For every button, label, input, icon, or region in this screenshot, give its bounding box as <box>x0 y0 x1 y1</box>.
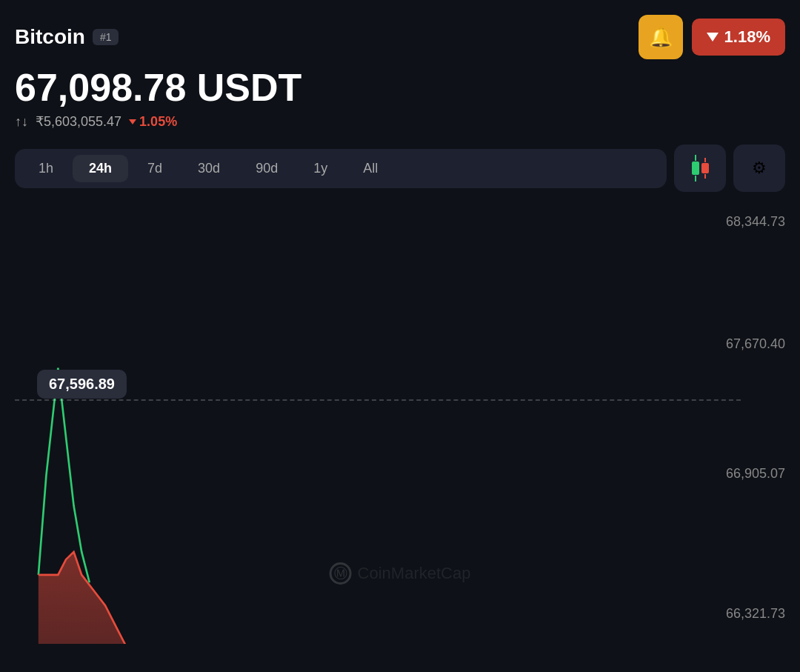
arrow-down-icon <box>707 33 719 41</box>
bell-icon: 🔔 <box>649 26 673 49</box>
sliders-icon: ⚙ <box>752 159 767 178</box>
time-btn-90d[interactable]: 90d <box>239 155 294 182</box>
price-main: 67,098.78 USDT <box>15 67 785 109</box>
time-btn-all[interactable]: All <box>347 155 394 182</box>
watermark-text: CoinMarketCap <box>358 564 471 583</box>
reference-line <box>15 399 741 401</box>
inr-change: 1.05% <box>129 114 177 130</box>
time-bar: 1h 24h 7d 30d 90d 1y All <box>15 149 667 188</box>
change-pct-label: 1.18% <box>724 27 770 47</box>
price-tooltip: 67,596.89 <box>37 370 127 399</box>
time-btn-7d[interactable]: 7d <box>131 155 179 182</box>
header-right: 🔔 1.18% <box>639 15 785 59</box>
rank-badge: #1 <box>93 29 119 45</box>
inr-price: ₹5,603,055.47 <box>36 113 121 130</box>
header-left: Bitcoin #1 <box>15 25 119 49</box>
price-secondary: ↑↓ ₹5,603,055.47 1.05% <box>15 113 785 130</box>
chart-settings-button[interactable]: ⚙ <box>733 144 785 192</box>
time-selector: 1h 24h 7d 30d 90d 1y All <box>15 144 785 192</box>
price-label-mid-upper: 67,670.40 <box>726 336 785 352</box>
price-label-low: 66,321.73 <box>726 606 785 622</box>
alert-button[interactable]: 🔔 <box>639 15 683 59</box>
red-candle <box>701 158 709 179</box>
time-btn-1h[interactable]: 1h <box>22 155 70 182</box>
green-candle <box>692 155 699 182</box>
price-label-mid-lower: 66,905.07 <box>726 466 785 482</box>
cmc-logo-icon: Ⓜ <box>330 562 352 585</box>
candlestick-icon <box>692 155 709 182</box>
time-btn-1y[interactable]: 1y <box>297 155 344 182</box>
chart-type-button[interactable] <box>674 144 726 192</box>
header: Bitcoin #1 🔔 1.18% <box>15 15 785 59</box>
watermark: Ⓜ CoinMarketCap <box>330 562 471 585</box>
time-btn-24h[interactable]: 24h <box>73 155 128 182</box>
price-label-high: 68,344.73 <box>726 214 785 230</box>
tooltip-price: 67,596.89 <box>49 376 115 392</box>
change-badge-button[interactable]: 1.18% <box>692 19 785 56</box>
time-btn-30d[interactable]: 30d <box>181 155 236 182</box>
chart-area: 68,344.73 67,670.40 66,905.07 66,321.73 <box>15 199 785 644</box>
transfer-arrows-icon: ↑↓ <box>15 114 28 130</box>
small-arrow-down-icon <box>129 119 136 124</box>
coin-name: Bitcoin <box>15 25 85 49</box>
